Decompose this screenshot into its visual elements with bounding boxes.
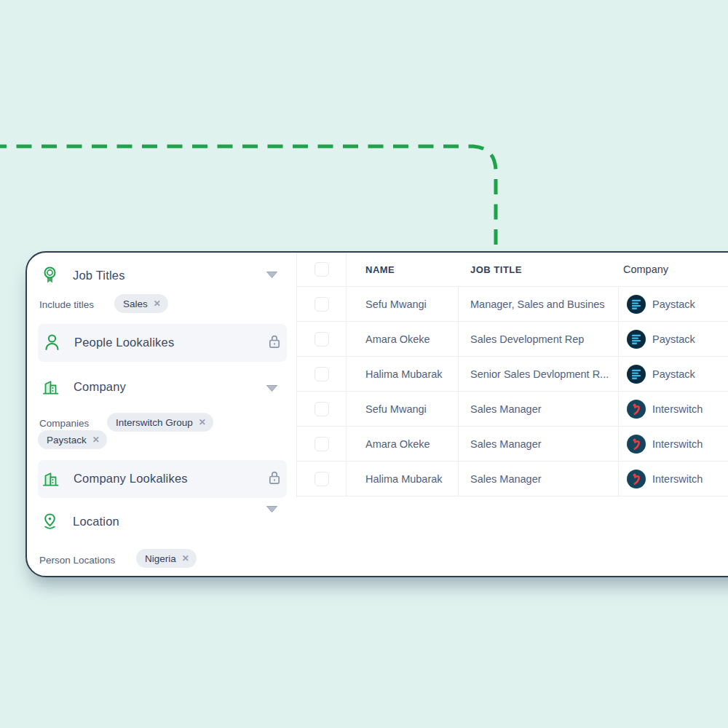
table-row[interactable]: Halima Mubarak Sales Manager Interswitch	[297, 462, 728, 496]
company-name: Interswitch	[652, 473, 703, 485]
table-row[interactable]: Amara Okeke Sales Manager Interswitch	[297, 427, 728, 462]
prospect-table: NAME JOB TITLE Company Sefu Mwangi Manag…	[296, 253, 728, 497]
prospect-filter-panel: Job Titles Include titles Sales ✕ People…	[25, 251, 728, 577]
paystack-logo-icon	[627, 295, 646, 314]
row-checkbox-cell	[297, 427, 347, 461]
company-name: Paystack	[652, 333, 695, 345]
cell-company: Interswitch	[619, 427, 728, 461]
column-header-company: Company	[619, 253, 728, 286]
cell-company: Paystack	[619, 322, 728, 356]
cell-job-title: Sales Manager	[459, 427, 619, 461]
section-location[interactable]: Location	[41, 513, 119, 531]
chevron-down-icon[interactable]	[266, 271, 278, 279]
row-checkbox[interactable]	[314, 367, 329, 381]
tag-text: Paystack	[47, 435, 87, 446]
people-lookalikes-head[interactable]: People Lookalikes	[44, 333, 174, 351]
company-name: Interswitch	[652, 403, 703, 415]
cell-name: Sefu Mwangi	[347, 392, 459, 426]
award-icon	[41, 266, 58, 285]
tag-text: Interswitch Group	[116, 417, 193, 428]
interswitch-logo-icon	[627, 470, 646, 488]
person-locations-label: Person Locations	[39, 555, 115, 566]
table-row[interactable]: Halima Mubarak Senior Sales Devlopment R…	[297, 357, 728, 392]
chevron-down-icon[interactable]	[266, 505, 278, 513]
filter-tag-nigeria: Nigeria ✕	[136, 549, 197, 568]
filter-tag-paystack: Paystack ✕	[38, 430, 107, 449]
cell-company: Paystack	[619, 357, 728, 391]
cell-job-title: Manager, Sales and Busines	[459, 287, 619, 321]
companies-label: Companies	[39, 418, 89, 429]
cell-name: Sefu Mwangi	[347, 287, 459, 321]
company-lookalikes-head[interactable]: Company Lookalikes	[42, 470, 188, 488]
company-name: Interswitch	[652, 438, 703, 450]
cell-name: Halima Mubarak	[347, 462, 459, 496]
paystack-logo-icon	[627, 330, 646, 349]
company-name: Paystack	[652, 298, 695, 310]
table-row[interactable]: Amara Okeke Sales Development Rep Paysta…	[297, 322, 728, 357]
remove-tag-icon[interactable]: ✕	[154, 299, 161, 308]
section-label: Job Titles	[73, 269, 125, 282]
filter-tag-sales: Sales ✕	[114, 294, 168, 313]
cell-job-title: Senior Sales Devlopment R...	[459, 357, 619, 391]
table-row[interactable]: Sefu Mwangi Sales Manager Interswitch	[297, 392, 728, 427]
remove-tag-icon[interactable]: ✕	[182, 554, 189, 563]
column-header-job-title: JOB TITLE	[459, 253, 619, 286]
select-all-checkbox[interactable]	[314, 262, 329, 277]
cell-company: Interswitch	[619, 392, 728, 426]
page-background: Job Titles Include titles Sales ✕ People…	[0, 0, 728, 728]
section-job-titles[interactable]: Job Titles	[41, 266, 125, 285]
building-icon	[42, 378, 59, 396]
section-company[interactable]: Company	[42, 378, 126, 396]
interswitch-logo-icon	[627, 435, 646, 454]
tag-text: Nigeria	[145, 553, 176, 564]
cell-job-title: Sales Manager	[459, 462, 619, 496]
cell-name: Amara Okeke	[347, 427, 459, 461]
paystack-logo-icon	[627, 365, 646, 384]
row-checkbox[interactable]	[314, 402, 329, 416]
cell-company: Interswitch	[619, 462, 728, 496]
interswitch-logo-icon	[627, 400, 646, 419]
company-name: Paystack	[652, 368, 695, 380]
remove-tag-icon[interactable]: ✕	[92, 435, 100, 444]
cell-company: Paystack	[619, 287, 728, 321]
section-label: Location	[73, 515, 119, 529]
include-titles-label: Include titles	[39, 299, 94, 310]
chevron-down-icon[interactable]	[266, 384, 278, 392]
lock-icon	[268, 333, 281, 349]
row-checkbox-cell	[297, 322, 347, 356]
section-label: People Lookalikes	[74, 336, 174, 349]
row-checkbox[interactable]	[314, 437, 329, 451]
building-icon	[42, 470, 59, 488]
person-icon	[44, 333, 60, 351]
row-checkbox-cell	[297, 287, 347, 321]
tag-text: Sales	[123, 298, 148, 309]
row-checkbox-cell	[297, 462, 347, 496]
column-header-name: NAME	[347, 253, 459, 286]
filters-sidebar: Job Titles Include titles Sales ✕ People…	[27, 253, 296, 576]
map-pin-icon	[41, 513, 58, 531]
row-checkbox[interactable]	[314, 332, 329, 347]
row-checkbox-cell	[297, 392, 347, 426]
row-checkbox[interactable]	[314, 472, 329, 486]
cell-name: Amara Okeke	[347, 322, 459, 356]
row-checkbox[interactable]	[314, 297, 329, 312]
table-header-row: NAME JOB TITLE Company	[297, 253, 728, 287]
section-label: Company Lookalikes	[74, 472, 188, 486]
cell-job-title: Sales Manager	[459, 392, 619, 426]
row-checkbox-cell	[297, 357, 347, 391]
cell-job-title: Sales Development Rep	[459, 322, 619, 356]
cell-name: Halima Mubarak	[347, 357, 459, 391]
filter-tag-interswitch-group: Interswitch Group ✕	[107, 413, 213, 432]
header-checkbox-cell	[297, 253, 347, 286]
lock-icon	[268, 470, 281, 486]
table-row[interactable]: Sefu Mwangi Manager, Sales and Busines P…	[297, 287, 728, 322]
remove-tag-icon[interactable]: ✕	[199, 418, 206, 427]
section-label: Company	[74, 380, 126, 394]
